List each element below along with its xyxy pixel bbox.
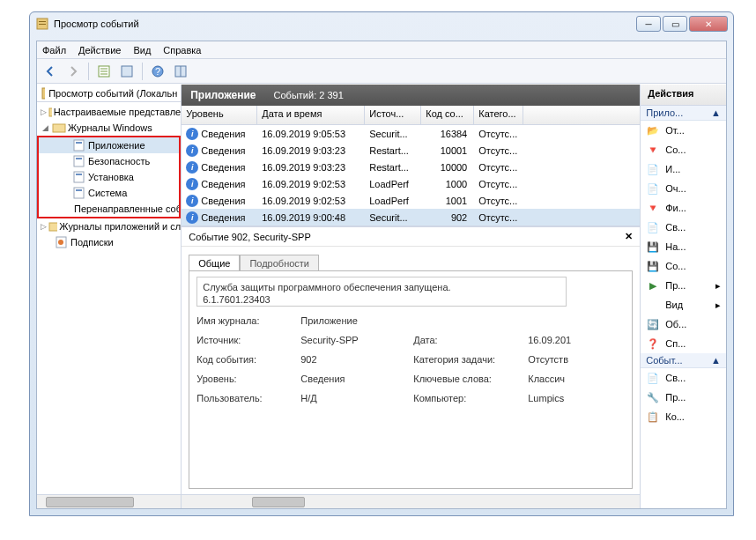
svg-rect-14 xyxy=(74,156,84,166)
event-row[interactable]: iСведения16.09.2019 9:00:48Securit...902… xyxy=(182,209,640,226)
detail-panel: Событие 902, Security-SPP ✕ Общие Подроб… xyxy=(182,226,640,508)
action-item[interactable]: 📄Св... xyxy=(641,368,726,388)
log-icon xyxy=(72,138,86,152)
event-row[interactable]: iСведения16.09.2019 9:05:53Securit...163… xyxy=(182,125,640,142)
svg-rect-16 xyxy=(74,172,84,182)
columns-button[interactable] xyxy=(171,62,190,81)
col-eventid[interactable]: Код со... xyxy=(421,106,474,124)
toolbar: ? xyxy=(37,59,726,84)
app-icon xyxy=(35,17,49,31)
log-icon xyxy=(72,186,86,200)
tree-item-system[interactable]: Система xyxy=(39,185,179,201)
tab-general[interactable]: Общие xyxy=(189,255,240,271)
titlebar[interactable]: Просмотр событий ─ ▭ ✕ xyxy=(30,12,733,35)
svg-rect-18 xyxy=(74,188,84,198)
svg-text:?: ? xyxy=(155,66,160,77)
action-item[interactable]: 📄И... xyxy=(641,159,726,179)
menu-help[interactable]: Справка xyxy=(163,45,201,55)
col-datetime[interactable]: Дата и время xyxy=(257,106,365,124)
action-item[interactable]: 📋Ко... xyxy=(641,407,726,426)
tree-subscriptions[interactable]: Подписки xyxy=(37,234,181,250)
show-tree-button[interactable] xyxy=(94,62,114,81)
menubar[interactable]: Файл Действие Вид Справка xyxy=(37,41,726,59)
action-icon: 📋 xyxy=(646,410,660,424)
tab-details[interactable]: Подробности xyxy=(240,255,319,271)
tree-root[interactable]: Просмотр событий (Локальн xyxy=(37,85,181,102)
help-button[interactable]: ? xyxy=(148,62,167,81)
action-item[interactable]: 🔻Фи... xyxy=(641,198,726,218)
action-item[interactable]: 💾На... xyxy=(641,237,726,256)
action-item[interactable]: 🔻Со... xyxy=(641,140,726,159)
event-count: Событий: 2 391 xyxy=(274,90,344,100)
detail-scrollbar[interactable] xyxy=(182,494,640,508)
svg-rect-1 xyxy=(39,21,46,22)
svg-rect-12 xyxy=(74,140,84,151)
properties-button[interactable] xyxy=(117,62,137,81)
event-row[interactable]: iСведения16.09.2019 9:02:53LoadPerf1001О… xyxy=(182,192,640,209)
log-title: Приложение xyxy=(190,89,256,101)
action-item[interactable]: ❓Сп... xyxy=(641,334,726,353)
action-icon: 🔻 xyxy=(646,201,660,215)
menu-file[interactable]: Файл xyxy=(42,45,66,55)
action-item[interactable]: 🔧Пр... xyxy=(641,388,726,407)
info-icon: i xyxy=(186,195,198,207)
col-category[interactable]: Катего... xyxy=(474,106,523,124)
event-row[interactable]: iСведения16.09.2019 9:02:53LoadPerf1000О… xyxy=(182,175,640,192)
window-frame: Просмотр событий ─ ▭ ✕ Файл Действие Вид… xyxy=(29,11,734,516)
action-icon: ❓ xyxy=(646,337,660,351)
actions-group-log[interactable]: Прило...▲ xyxy=(641,106,726,121)
action-item[interactable]: ▶Пр...▸ xyxy=(641,276,726,295)
detail-close-button[interactable]: ✕ xyxy=(625,231,633,242)
tree-windows-logs[interactable]: ◢Журналы Windows xyxy=(37,120,181,136)
maximize-button[interactable]: ▭ xyxy=(663,16,687,32)
event-row[interactable]: iСведения16.09.2019 9:03:23Restart...100… xyxy=(182,159,640,175)
svg-point-24 xyxy=(58,240,63,245)
action-item[interactable]: 📂От... xyxy=(641,121,726,140)
tree-custom-views[interactable]: ▷Настраиваемые представле xyxy=(37,104,181,120)
log-header: Приложение Событий: 2 391 xyxy=(182,85,640,106)
inner-frame: Файл Действие Вид Справка ? Просмотр соб… xyxy=(36,41,727,509)
action-item[interactable]: 🔄Об... xyxy=(641,314,726,334)
tree-item-forwarded[interactable]: Перенаправленные соб xyxy=(39,201,179,217)
toolbar-separator xyxy=(142,63,143,80)
menu-view[interactable]: Вид xyxy=(133,45,151,55)
close-button[interactable]: ✕ xyxy=(689,16,728,32)
action-item[interactable]: 📄Оч... xyxy=(641,179,726,198)
tree-scrollbar[interactable] xyxy=(37,494,181,508)
tree-item-security[interactable]: Безопасность xyxy=(39,153,179,169)
action-icon: 🔧 xyxy=(646,390,660,404)
action-icon: 🔻 xyxy=(646,143,660,157)
action-icon: 💾 xyxy=(646,240,660,254)
minimize-button[interactable]: ─ xyxy=(636,16,661,32)
action-item[interactable]: 💾Со... xyxy=(641,256,726,276)
tree-app-logs[interactable]: ▷Журналы приложений и сл xyxy=(37,218,181,234)
event-row[interactable]: iСведения16.09.2019 9:03:23Restart...100… xyxy=(182,142,640,159)
svg-rect-17 xyxy=(76,174,82,175)
action-item[interactable]: Вид▸ xyxy=(641,295,726,314)
event-description: Служба защиты программного обеспечения з… xyxy=(196,277,567,307)
col-source[interactable]: Источ... xyxy=(365,106,421,124)
svg-rect-2 xyxy=(39,24,46,25)
tree-item-application[interactable]: Приложение xyxy=(39,137,179,153)
center-panel: Приложение Событий: 2 391 Уровень Дата и… xyxy=(182,85,641,508)
action-icon: ▶ xyxy=(646,278,660,292)
actions-panel: Действия Прило...▲ 📂От...🔻Со...📄И...📄Оч.… xyxy=(641,85,726,508)
col-level[interactable]: Уровень xyxy=(182,106,257,124)
tree-item-setup[interactable]: Установка xyxy=(39,169,179,185)
folder-icon xyxy=(48,105,52,119)
back-button[interactable] xyxy=(41,62,60,81)
detail-title: Событие 902, Security-SPP xyxy=(189,232,311,242)
tree-panel: Просмотр событий (Локальн ▷Настраиваемые… xyxy=(37,85,182,508)
log-icon xyxy=(72,170,86,184)
event-grid: Уровень Дата и время Источ... Код со... … xyxy=(182,106,640,226)
menu-action[interactable]: Действие xyxy=(78,45,121,55)
info-icon: i xyxy=(186,178,198,190)
action-item[interactable]: 📄Св... xyxy=(641,218,726,237)
svg-rect-10 xyxy=(49,108,52,116)
event-viewer-icon xyxy=(41,86,45,100)
action-icon: 💾 xyxy=(646,259,660,273)
actions-group-event[interactable]: Событ...▲ xyxy=(641,353,726,368)
grid-header[interactable]: Уровень Дата и время Источ... Код со... … xyxy=(182,106,640,125)
info-icon: i xyxy=(186,211,198,224)
forward-button[interactable] xyxy=(63,62,83,81)
